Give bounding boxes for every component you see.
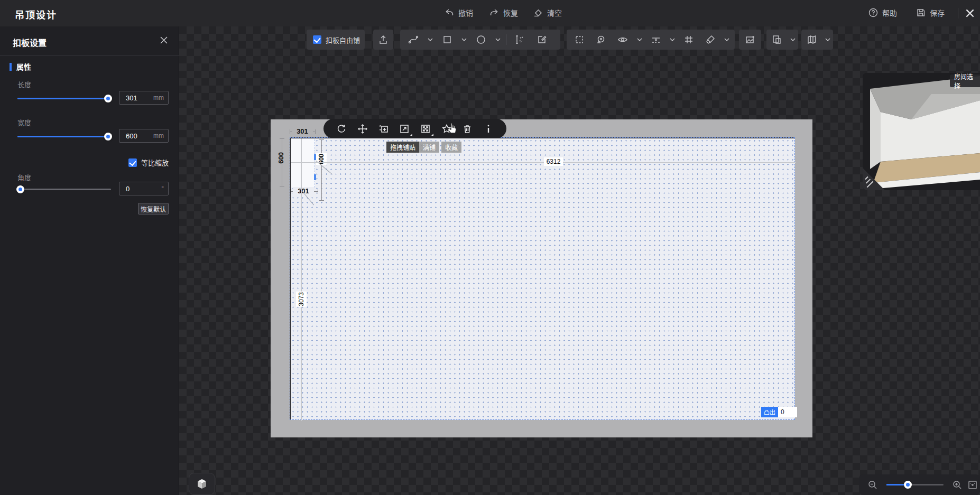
tooltip-favorite[interactable]: 收藏 — [441, 142, 461, 153]
redo-label: 恢复 — [503, 7, 518, 18]
redo-button[interactable]: 恢复 — [489, 7, 518, 18]
tooltip-full-tile[interactable]: 满铺 — [419, 142, 439, 153]
width-input[interactable] — [119, 129, 153, 142]
protrude-input[interactable] — [778, 407, 797, 417]
protrude-control: 凸出 — [761, 407, 797, 417]
zoom-in-button[interactable] — [950, 474, 965, 495]
section-title: 属性 — [16, 61, 31, 72]
length-label: 长度 — [17, 79, 31, 89]
fit-full-button[interactable] — [419, 122, 432, 136]
chevron-down-icon — [724, 36, 730, 43]
grid-icon — [683, 34, 695, 45]
width-slider-thumb[interactable] — [104, 133, 112, 141]
marquee-select-button[interactable] — [569, 30, 590, 50]
zoom-out-button[interactable] — [865, 474, 880, 495]
edit-region-button[interactable] — [531, 30, 553, 50]
rect-tool-button[interactable] — [436, 30, 458, 50]
curve-tool-dropdown[interactable] — [424, 30, 436, 50]
visibility-dropdown[interactable] — [634, 30, 645, 50]
help-button[interactable]: 帮助 — [868, 7, 897, 18]
angle-unit: ° — [161, 185, 164, 192]
scale-button[interactable] — [397, 122, 411, 136]
zoom-out-icon — [867, 480, 878, 490]
export-button[interactable] — [373, 30, 393, 50]
free-tile-group: 扣板自由铺 — [307, 30, 365, 50]
copy-layout-button[interactable] — [766, 30, 787, 50]
measure-icon — [514, 34, 525, 45]
room-height-dim-label: 3073 — [296, 292, 307, 307]
toolbar-divider — [506, 34, 506, 45]
elevation-button[interactable] — [645, 30, 667, 50]
chevron-down-icon — [461, 36, 467, 43]
paint-button[interactable] — [700, 30, 722, 50]
panel-close-button[interactable] — [159, 35, 169, 45]
room-select-badge[interactable]: 房间选择 — [950, 74, 980, 87]
free-tile-checkbox[interactable] — [313, 35, 321, 44]
rect-tool-dropdown[interactable] — [458, 30, 470, 50]
width-slider[interactable] — [17, 136, 111, 137]
tape-measure-button[interactable] — [590, 30, 612, 50]
material-map-button[interactable] — [801, 30, 822, 50]
export-group — [373, 30, 393, 50]
clear-button[interactable]: 清空 — [533, 7, 562, 18]
angle-slider-thumb[interactable] — [16, 185, 24, 193]
zoom-slider[interactable] — [886, 484, 944, 485]
zoom-controls — [859, 474, 980, 495]
topbar-divider — [958, 8, 958, 18]
clear-label: 清空 — [547, 7, 562, 18]
ceiling-canvas[interactable]: 600 301 6312 3073 凸出 — [290, 137, 795, 420]
dim-tick — [319, 139, 324, 140]
paint-dropdown[interactable] — [722, 30, 733, 50]
draw-tools-group — [400, 30, 560, 50]
dim-line — [321, 139, 322, 201]
close-app-button[interactable] — [964, 7, 976, 19]
dim-tick — [315, 129, 316, 134]
delete-button[interactable] — [460, 122, 474, 136]
visibility-button[interactable] — [612, 30, 634, 50]
fit-screen-icon — [967, 480, 978, 490]
tile-selection-tick — [314, 174, 316, 180]
ellipse-tool-button[interactable] — [470, 30, 492, 50]
selected-tile[interactable] — [291, 139, 315, 188]
width-unit: mm — [153, 132, 164, 139]
edit-region-icon — [536, 34, 548, 45]
duplicate-icon — [378, 124, 389, 134]
image-icon — [744, 34, 756, 45]
redo-icon — [489, 7, 500, 18]
curve-tool-button[interactable] — [402, 30, 424, 50]
hand-cursor — [447, 123, 458, 135]
submenu-indicator — [410, 134, 412, 136]
tile-settings-panel: 扣板设置 属性 长度 mm 宽度 mm 等比缩放 角度 ° — [0, 26, 179, 495]
info-button[interactable] — [482, 122, 495, 136]
fit-screen-button[interactable] — [965, 474, 980, 495]
tooltip-drag-tile: 拖拽铺贴 — [386, 142, 419, 153]
reset-default-button[interactable]: 恢复默认 — [138, 203, 169, 214]
angle-slider[interactable] — [17, 189, 111, 190]
image-button[interactable] — [739, 30, 761, 50]
grid-button[interactable] — [678, 30, 700, 50]
length-input[interactable] — [119, 91, 153, 104]
scale-lock-checkbox[interactable] — [128, 158, 137, 167]
chevron-down-icon — [636, 36, 643, 43]
help-label: 帮助 — [882, 7, 897, 18]
zoom-slider-thumb[interactable] — [904, 481, 912, 489]
close-icon — [964, 7, 976, 19]
room-3d-preview[interactable] — [863, 73, 980, 190]
length-slider-thumb[interactable] — [104, 95, 112, 102]
save-button[interactable]: 保存 — [916, 7, 945, 18]
angle-input[interactable] — [119, 182, 153, 195]
ellipse-tool-dropdown[interactable] — [492, 30, 504, 50]
length-slider[interactable] — [17, 98, 111, 99]
view-3d-button[interactable] — [189, 473, 215, 495]
room-width-dim-line — [291, 162, 796, 163]
tile-width-top-label: 301 — [292, 127, 313, 135]
material-map-dropdown[interactable] — [822, 30, 833, 50]
undo-button[interactable]: 撤销 — [444, 7, 473, 18]
rotate-button[interactable] — [335, 122, 348, 136]
dim-tick — [318, 189, 318, 194]
elevation-dropdown[interactable] — [667, 30, 678, 50]
measure-tool-button[interactable] — [509, 30, 531, 50]
duplicate-button[interactable] — [376, 122, 390, 136]
copy-layout-dropdown[interactable] — [787, 30, 798, 50]
move-button[interactable] — [356, 122, 369, 136]
